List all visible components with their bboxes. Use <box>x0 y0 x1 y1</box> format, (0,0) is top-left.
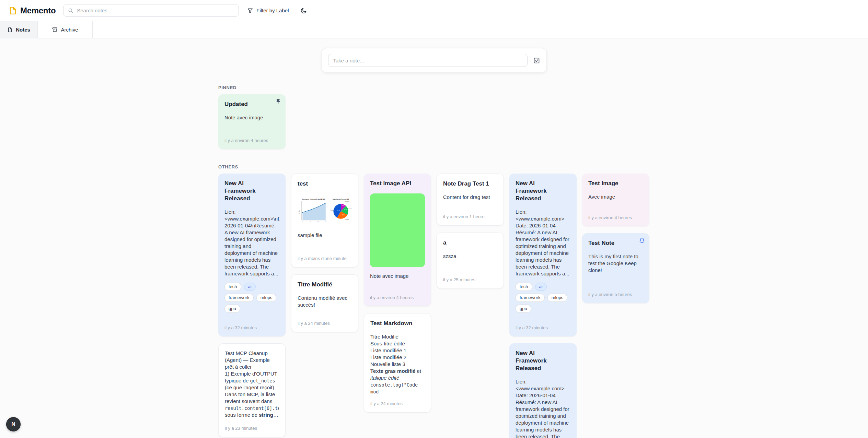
tag-gpu[interactable]: gpu <box>516 305 531 313</box>
note-title: Test Markdown <box>370 320 425 327</box>
tag-mlops[interactable]: mlops <box>256 294 277 302</box>
note-timestamp: il y a moins d'une minute <box>298 256 352 261</box>
inline-code: get_notes <box>250 378 275 383</box>
moon-icon <box>300 7 307 14</box>
note-timestamp: il y a environ 1 heure <box>443 214 497 219</box>
note-body: szsza <box>443 253 497 260</box>
main-content: PINNED Updated Note avec image il y a en… <box>218 48 650 438</box>
note-body: Lien: <www.example.com> Date: 2026-01-04… <box>516 378 570 438</box>
tag-ai[interactable]: ai <box>244 283 256 291</box>
note-title: Note Drag Test 1 <box>443 180 497 188</box>
note-card-new-ai-framework-1[interactable]: New AI Framework Released Lien: <www.exa… <box>218 174 286 336</box>
tag-list: tech ai framework mlops gpu <box>224 283 279 313</box>
note-title: Test Image API <box>370 180 425 187</box>
filter-by-label-button[interactable]: Filter by Label <box>247 8 289 14</box>
new-checklist-button[interactable] <box>533 57 540 64</box>
pie-chart-thumbnail[interactable]: Répartition des Revenus 2024 41.4% 25.9%… <box>330 194 352 226</box>
pinned-section-label: PINNED <box>218 85 650 90</box>
note-card-updated[interactable]: Updated Note avec image il y a environ 4… <box>218 94 286 149</box>
note-body: Lien: <www.example.com> Date: 2026-01-04… <box>516 209 570 277</box>
note-timestamp: il y a 32 minutes <box>516 325 570 330</box>
user-avatar[interactable]: N <box>6 417 21 431</box>
svg-text:20.7%: 20.7% <box>344 209 347 210</box>
svg-text:41.4%: 41.4% <box>337 210 340 212</box>
note-timestamp: il y a 25 minutes <box>443 277 497 282</box>
note-timestamp: il y a environ 4 heures <box>588 215 643 220</box>
note-body: Lien: <www.example.com>\nDate: 2026-01-0… <box>224 209 279 277</box>
note-body: Note avec image <box>224 114 279 121</box>
svg-text:Consulting: Consulting <box>345 201 349 202</box>
notes-file-icon <box>7 27 13 33</box>
tag-tech[interactable]: tech <box>224 283 241 291</box>
line-chart-thumbnail[interactable]: Croissance Trimestrielle du CA (M€) T1 T… <box>298 194 328 226</box>
pin-button[interactable] <box>275 98 281 106</box>
note-file-icon <box>8 6 17 15</box>
tag-tech[interactable]: tech <box>516 283 532 291</box>
note-card-test-markdown[interactable]: Test Markdown Titre Modifié Sous-titre é… <box>364 313 431 413</box>
note-card-test-image-api[interactable]: Test Image API Note avec image il y a en… <box>364 174 431 306</box>
inline-code: console.log("Code mod <box>370 382 420 394</box>
app-logo: Memento <box>8 6 56 15</box>
tag-framework[interactable]: framework <box>224 294 254 302</box>
archive-box-icon <box>52 27 58 33</box>
tab-notes-label: Notes <box>16 27 30 33</box>
note-card-new-ai-framework-3[interactable]: New AI Framework Released Lien: <www.exa… <box>509 343 577 438</box>
note-card-note-drag-test-1[interactable]: Note Drag Test 1 Content for drag test i… <box>437 174 504 226</box>
svg-text:CA (M€): CA (M€) <box>299 210 300 214</box>
note-card-titre-modifie[interactable]: Titre Modifié Contenu modifié avec succè… <box>291 274 358 332</box>
note-image-green[interactable] <box>370 193 425 267</box>
tag-list: tech ai framework mlops gpu <box>516 283 570 313</box>
note-timestamp: il y a environ 4 heures <box>224 138 279 143</box>
tag-mlops[interactable]: mlops <box>547 294 568 302</box>
svg-text:Services: Services <box>345 219 349 220</box>
tab-archive[interactable]: Archive <box>38 21 93 38</box>
tab-archive-label: Archive <box>61 27 78 33</box>
note-title: New AI Framework Released <box>224 180 279 202</box>
svg-text:T1: T1 <box>302 221 303 222</box>
grid-column-5: New AI Framework Released Lien: <www.exa… <box>509 174 577 438</box>
note-timestamp: il y a 32 minutes <box>224 325 279 330</box>
tab-notes[interactable]: Notes <box>0 21 38 38</box>
search-input[interactable] <box>77 8 234 13</box>
note-body: This is my first note to test the Google… <box>588 253 643 274</box>
note-title: test <box>298 180 352 188</box>
bell-icon <box>639 237 645 244</box>
pin-icon <box>275 98 281 105</box>
note-card-test[interactable]: test Croissance Trimestrielle du CA (M€) <box>291 174 358 268</box>
svg-text:Croissance Trimestrielle du CA: Croissance Trimestrielle du CA (M€) <box>302 198 325 200</box>
note-title: Test Image <box>588 180 643 187</box>
note-body: Contenu modifié avec succès! <box>298 295 352 308</box>
note-card-test-image[interactable]: Test Image Avec image il y a environ 4 h… <box>582 174 649 226</box>
note-attachments: Croissance Trimestrielle du CA (M€) T1 T… <box>298 194 352 226</box>
note-card-new-ai-framework-2[interactable]: New AI Framework Released Lien: <www.exa… <box>509 174 577 336</box>
note-body: Titre Modifié Sous-titre édité Liste mod… <box>370 333 425 395</box>
tag-ai[interactable]: ai <box>535 283 547 291</box>
search-box <box>63 4 239 17</box>
note-card-test-note[interactable]: Test Note This is my first note to test … <box>582 233 649 303</box>
note-timestamp: il y a 23 minutes <box>225 426 279 431</box>
svg-text:Produits: Produits <box>330 210 334 211</box>
grid-column-4: Note Drag Test 1 Content for drag test i… <box>437 174 504 289</box>
search-icon <box>68 8 74 14</box>
tag-gpu[interactable]: gpu <box>224 305 240 313</box>
reminder-button[interactable] <box>639 237 645 245</box>
tag-framework[interactable]: framework <box>516 294 545 302</box>
filter-by-label-text: Filter by Label <box>256 8 289 13</box>
svg-text:T3: T3 <box>317 221 319 222</box>
svg-text:12.0%: 12.0% <box>342 205 344 206</box>
note-card-a[interactable]: a szsza il y a 25 minutes <box>437 233 504 289</box>
funnel-icon <box>247 8 253 14</box>
tab-bar: Notes Archive <box>0 21 868 38</box>
take-a-note-input[interactable] <box>328 54 528 67</box>
note-card-test-mcp-cleanup[interactable]: Test MCP Cleanup (Agent) — Exemple prêt … <box>218 343 286 437</box>
svg-text:T2: T2 <box>310 221 311 222</box>
theme-toggle-button[interactable] <box>300 7 307 14</box>
header: Memento Filter by Label <box>0 0 868 21</box>
grid-column-2: test Croissance Trimestrielle du CA (M€) <box>291 174 358 332</box>
note-timestamp: il y a environ 5 heures <box>588 292 643 297</box>
note-body: Test MCP Cleanup (Agent) — Exemple prêt … <box>225 350 279 418</box>
note-title: Test Note <box>588 239 643 247</box>
note-timestamp: il y a 24 minutes <box>370 401 425 406</box>
checkbox-icon <box>533 57 540 64</box>
note-timestamp: il y a environ 4 heures <box>370 295 425 300</box>
